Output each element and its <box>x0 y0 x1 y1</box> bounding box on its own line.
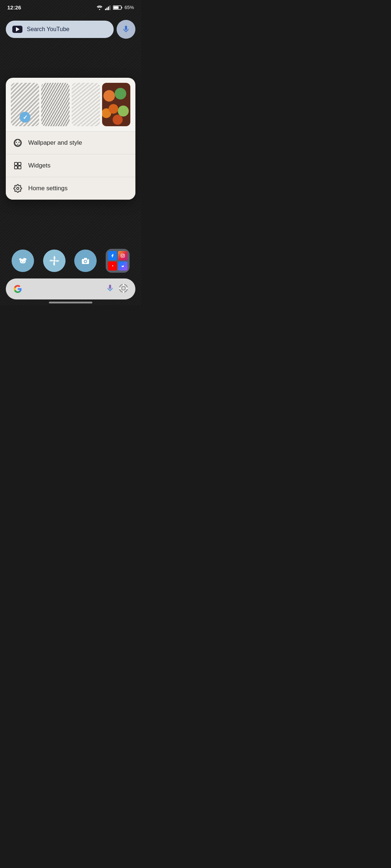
youtube-search-container: Search YouTube <box>0 13 141 39</box>
svg-point-11 <box>17 144 18 145</box>
wallpaper-thumb-4[interactable] <box>102 83 130 126</box>
svg-rect-12 <box>14 162 17 165</box>
signal-icon <box>105 5 111 10</box>
social-app-folder[interactable] <box>106 249 130 273</box>
pinwheel-app-icon[interactable] <box>43 250 66 272</box>
google-logo-icon <box>13 284 22 294</box>
instagram-folder-icon <box>118 251 127 260</box>
svg-point-8 <box>14 139 21 146</box>
youtube-search-bar[interactable]: Search YouTube <box>6 21 114 38</box>
svg-rect-15 <box>18 166 21 169</box>
svg-point-20 <box>24 261 25 262</box>
svg-point-31 <box>85 261 87 263</box>
svg-rect-24 <box>23 259 24 259</box>
google-search-bar[interactable] <box>6 278 135 299</box>
svg-rect-7 <box>121 7 122 8</box>
svg-rect-14 <box>14 166 17 169</box>
widgets-label: Widgets <box>28 162 50 169</box>
svg-point-39 <box>122 286 125 290</box>
svg-point-22 <box>19 258 21 260</box>
camera-app-icon[interactable] <box>74 250 97 272</box>
svg-point-10 <box>18 142 20 143</box>
status-icons: 65% <box>96 5 134 10</box>
svg-rect-42 <box>119 288 121 289</box>
youtube-folder-icon <box>108 261 117 271</box>
svg-rect-1 <box>105 9 106 10</box>
svg-rect-29 <box>84 258 87 259</box>
youtube-logo-icon <box>12 26 22 33</box>
battery-percent: 65% <box>125 5 134 10</box>
svg-rect-3 <box>108 7 109 10</box>
nav-bar-indicator <box>49 302 92 303</box>
messenger-folder-icon <box>118 261 127 271</box>
youtube-search-placeholder: Search YouTube <box>27 26 107 33</box>
google-lens-button[interactable] <box>119 284 128 294</box>
svg-point-26 <box>53 260 55 262</box>
wifi-icon <box>96 5 103 10</box>
status-time: 12:26 <box>7 4 21 10</box>
widgets-icon <box>13 161 22 170</box>
selected-checkmark <box>20 112 30 123</box>
svg-rect-40 <box>123 284 124 286</box>
menu-item-widgets[interactable]: Widgets <box>6 154 135 177</box>
svg-rect-4 <box>109 5 110 10</box>
home-settings-label: Home settings <box>28 185 68 192</box>
wallpaper-thumb-1[interactable] <box>11 83 39 126</box>
svg-point-32 <box>87 259 88 260</box>
svg-point-16 <box>17 187 19 190</box>
svg-rect-6 <box>113 6 118 9</box>
wallpaper-thumb-3[interactable] <box>72 83 100 126</box>
settings-gear-icon <box>13 184 22 193</box>
dock-area <box>0 249 141 273</box>
svg-point-19 <box>21 261 22 262</box>
svg-point-35 <box>123 254 124 255</box>
battery-icon <box>113 5 122 10</box>
youtube-mic-button[interactable] <box>117 20 135 39</box>
svg-point-0 <box>99 9 100 10</box>
status-bar: 12:26 65% <box>0 0 141 13</box>
svg-point-9 <box>16 142 17 143</box>
mic-icon <box>122 25 130 34</box>
facebook-folder-icon <box>108 251 117 260</box>
svg-point-34 <box>122 255 124 256</box>
wallpaper-thumb-2[interactable] <box>41 83 70 126</box>
svg-rect-41 <box>123 291 124 293</box>
menu-item-wallpaper[interactable]: Wallpaper and style <box>6 132 135 154</box>
palette-icon <box>13 138 22 148</box>
svg-rect-43 <box>126 288 128 289</box>
google-mic-button[interactable] <box>106 284 114 294</box>
svg-rect-13 <box>18 162 21 165</box>
svg-rect-2 <box>106 8 108 10</box>
context-menu: Wallpaper and style Widgets Home setting… <box>6 78 135 200</box>
svg-point-37 <box>121 264 125 268</box>
menu-item-home-settings[interactable]: Home settings <box>6 177 135 200</box>
wallpaper-thumbnails-row <box>6 78 135 131</box>
reddit-app-icon[interactable] <box>12 250 34 272</box>
wallpaper-label: Wallpaper and style <box>28 139 82 146</box>
